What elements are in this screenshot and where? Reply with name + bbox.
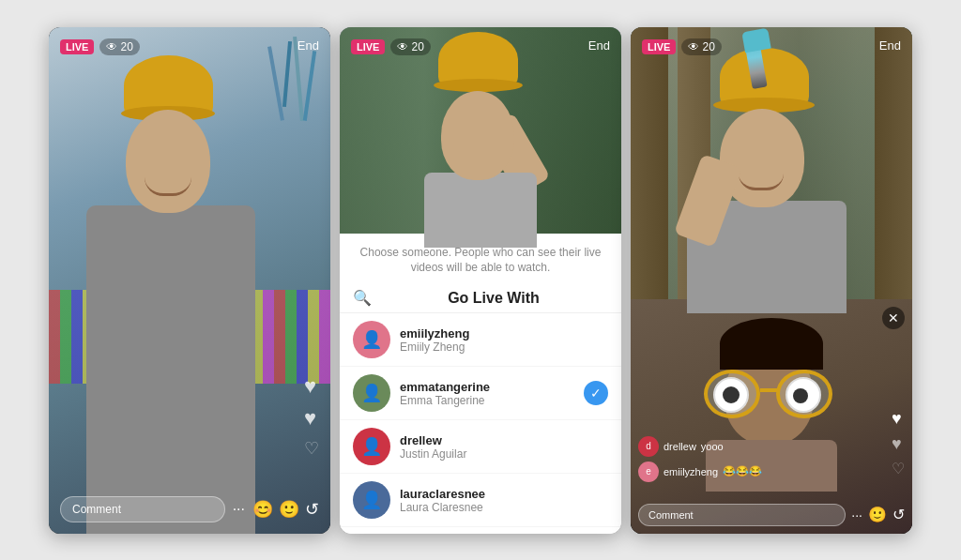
end-button-s1[interactable]: End xyxy=(297,38,319,53)
comment-user-2: emiilyzheng xyxy=(664,466,718,477)
eye-icon-s3: 👁 xyxy=(688,40,699,53)
comment-text-1: yooo xyxy=(701,441,724,452)
hearts-s1: ♥ ♥ ♡ xyxy=(304,374,319,459)
user-item-3[interactable]: 👤 drellew Justin Aguilar xyxy=(340,420,621,474)
selected-check-2: ✓ xyxy=(584,381,608,405)
screen2-video: LIVE 👁 20 End xyxy=(340,27,621,234)
comment-bubble-2: e emiilyzheng 😂😂😂 xyxy=(638,462,762,482)
viewer-count-s1: 👁 20 xyxy=(99,38,139,55)
screen3-top-video: LIVE 👁 20 End xyxy=(631,27,912,299)
live-tag-s1: LIVE xyxy=(60,39,94,54)
search-row: 🔍 Go Live With xyxy=(340,283,621,313)
user-info-4: lauraclaresnee Laura Claresnee xyxy=(400,487,608,514)
user-info-3: drellew Justin Aguilar xyxy=(400,433,608,461)
user-avatar-1: 👤 xyxy=(353,321,390,358)
user-handle-4: lauraclaresnee xyxy=(400,487,608,501)
comment-bar-s1: Comment ··· 😊 🙂 ↺ xyxy=(60,496,319,522)
user-item-5[interactable]: 👤 Deitch Maud Deitch xyxy=(340,527,621,533)
screen3-split: LIVE 👁 20 End ✕ xyxy=(631,27,912,534)
heart-s3-2: ♥ xyxy=(892,434,905,454)
comment-input-s1[interactable]: Comment xyxy=(60,496,225,522)
end-button-s3[interactable]: End xyxy=(879,38,901,53)
emoji-icon-s3[interactable]: 🙂 xyxy=(868,506,887,523)
heart-s3-3: ♡ xyxy=(892,460,905,477)
user-handle-2: emmatangerine xyxy=(400,380,584,394)
comment-icons-s1: 😊 🙂 ↺ xyxy=(252,499,319,520)
viewer-count-s3: 👁 20 xyxy=(681,38,721,55)
more-options-s1[interactable]: ··· xyxy=(233,501,245,518)
heart-s3-1: ♥ xyxy=(892,409,905,429)
avatar-img-4: 👤 xyxy=(353,481,390,519)
go-live-title: Go Live With xyxy=(379,290,608,307)
hearts-s3: ♥ ♥ ♡ xyxy=(892,409,905,477)
user-info-2: emmatangerine Emma Tangerine xyxy=(400,380,584,407)
emoji-icon-s1[interactable]: 😊 xyxy=(252,499,273,520)
user-handle-3: drellew xyxy=(400,433,608,447)
user-name-3: Justin Aguilar xyxy=(400,447,608,461)
comment-avatar-2: e xyxy=(638,462,659,482)
avatar-img-3: 👤 xyxy=(353,428,390,465)
more-options-s3[interactable]: ··· xyxy=(851,507,862,522)
face-filter-icon-s1[interactable]: 🙂 xyxy=(279,499,299,520)
user-item-4[interactable]: 👤 lauraclaresnee Laura Claresnee xyxy=(340,474,621,527)
screen2-live-badge: LIVE 👁 20 xyxy=(351,38,431,55)
share-icon-s3[interactable]: ↺ xyxy=(892,506,905,523)
user-list: 👤 emiilyzheng Emiily Zheng 👤 emmatangeri… xyxy=(340,313,621,533)
comment-user-1: drellew xyxy=(664,441,696,452)
user-name-4: Laura Claresnee xyxy=(400,501,608,514)
comment-input-s3[interactable]: Comment xyxy=(638,504,846,526)
heart-icon-1: ♥ xyxy=(304,374,319,399)
user-avatar-2: 👤 xyxy=(353,374,390,412)
screen3-bottom-video: ✕ xyxy=(631,299,912,534)
screen3-live-badge: LIVE 👁 20 xyxy=(642,38,722,55)
avatar-img-2: 👤 xyxy=(353,374,390,412)
screen1-live: LIVE 👁 20 End ♥ ♥ ♡ Comment ··· 😊 🙂 xyxy=(49,27,330,534)
user-name-2: Emma Tangerine xyxy=(400,394,584,407)
eye-icon-s2: 👁 xyxy=(397,40,408,53)
eye-icon-s1: 👁 xyxy=(106,40,117,53)
live-tag-s3: LIVE xyxy=(642,39,676,54)
user-avatar-3: 👤 xyxy=(353,428,390,465)
comment-text-2: 😂😂😂 xyxy=(723,465,762,477)
screen1-live-badge: LIVE 👁 20 xyxy=(60,38,140,55)
user-avatar-4: 👤 xyxy=(353,481,390,519)
heart-icon-3: ♡ xyxy=(304,438,319,459)
user-handle-1: emiilyzheng xyxy=(400,326,608,341)
screen2-golive: LIVE 👁 20 End Choose someone. People who… xyxy=(340,27,621,534)
share-icon-s1[interactable]: ↺ xyxy=(305,499,319,520)
avatar-img-1: 👤 xyxy=(353,321,390,358)
user-info-1: emiilyzheng Emiily Zheng xyxy=(400,326,608,354)
close-guest-button[interactable]: ✕ xyxy=(882,307,905,329)
comment-bar-s3: Comment ··· 🙂 ↺ xyxy=(638,504,905,526)
live-tag-s2: LIVE xyxy=(351,39,385,54)
comment-avatar-1: d xyxy=(638,436,659,457)
comment-bubble-1: d drellew yooo xyxy=(638,436,762,457)
search-icon[interactable]: 🔍 xyxy=(353,289,372,307)
user-name-1: Emiily Zheng xyxy=(400,341,608,354)
user-item-1[interactable]: 👤 emiilyzheng Emiily Zheng xyxy=(340,313,621,367)
go-live-panel: Choose someone. People who can see their… xyxy=(340,234,621,534)
viewer-count-s2: 👁 20 xyxy=(390,38,430,55)
heart-icon-2: ♥ xyxy=(304,406,319,431)
user-item-2[interactable]: 👤 emmatangerine Emma Tangerine ✓ xyxy=(340,367,621,420)
end-button-s2[interactable]: End xyxy=(588,38,610,53)
comment-bubbles: d drellew yooo e emiilyzheng 😂😂😂 xyxy=(638,436,762,487)
